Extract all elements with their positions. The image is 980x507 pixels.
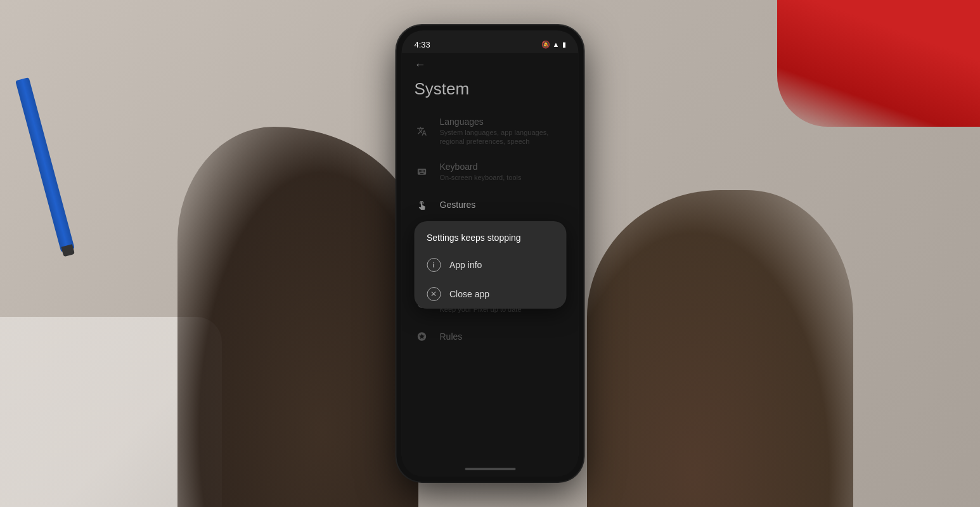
dialog-overlay[interactable]: Settings keeps stopping i App info ✕ Cl <box>402 53 579 477</box>
status-time: 4:33 <box>415 40 430 49</box>
hand-right-decoration <box>587 190 853 507</box>
dialog-close-app-item[interactable]: ✕ Close app <box>414 279 566 309</box>
screen-content: ← System Languages System languages, app… <box>402 53 579 477</box>
signal-icon: ▲ <box>553 41 560 48</box>
dialog: Settings keeps stopping i App info ✕ Cl <box>414 221 566 309</box>
close-app-icon: ✕ <box>427 287 441 301</box>
battery-icon: ▮ <box>562 41 566 49</box>
red-corner-decoration <box>777 0 980 127</box>
hand-left-decoration <box>177 127 418 507</box>
dialog-app-info-item[interactable]: i App info <box>414 250 566 279</box>
mute-icon: 🔕 <box>541 41 550 49</box>
close-app-label: Close app <box>449 289 489 299</box>
status-icons: 🔕 ▲ ▮ <box>541 41 566 49</box>
phone-frame: 4:33 🔕 ▲ ▮ ← System <box>397 25 584 482</box>
app-info-label: App info <box>449 260 482 270</box>
dialog-title: Settings keeps stopping <box>414 221 566 250</box>
phone-screen: 4:33 🔕 ▲ ▮ ← System <box>402 30 579 477</box>
status-bar: 4:33 🔕 ▲ ▮ <box>402 30 579 53</box>
app-info-icon: i <box>427 258 441 272</box>
